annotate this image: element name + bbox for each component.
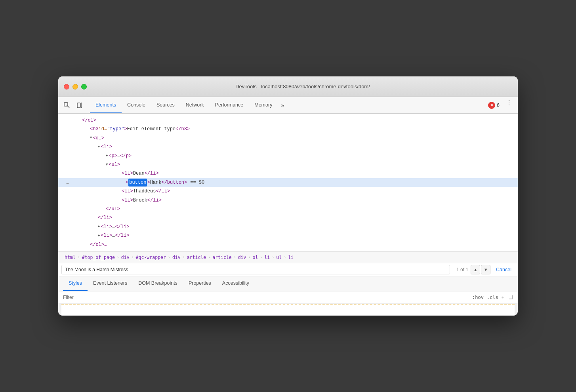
search-count: 1 of 1: [452, 267, 468, 272]
resize-handle[interactable]: [509, 295, 513, 299]
more-menu-button[interactable]: ⋮: [504, 97, 515, 108]
dom-line[interactable]: <ul>: [58, 160, 518, 169]
main-tabbar: Elements Console Sources Network Perform…: [58, 97, 518, 114]
tab-accessibility[interactable]: Accessibility: [217, 276, 255, 291]
dom-line[interactable]: <li>…</li>: [58, 223, 518, 231]
highlighted-element: button: [128, 179, 147, 186]
devtools-window: DevTools - localhost:8080/web/tools/chro…: [58, 76, 518, 316]
window-title: DevTools - localhost:8080/web/tools/chro…: [93, 84, 512, 89]
dom-line[interactable]: <li>Thaddeus</li>: [58, 187, 518, 196]
tab-dom-breakpoints[interactable]: DOM Breakpoints: [133, 276, 183, 291]
dashed-area: [61, 304, 515, 316]
dom-line[interactable]: <h3 id="type">Edit element type</h3>: [58, 125, 518, 133]
breadcrumb-item[interactable]: #gc-wrapper: [134, 254, 168, 261]
dom-line[interactable]: <ol>: [58, 134, 518, 143]
dom-line[interactable]: <li>…</li>: [58, 231, 518, 240]
breadcrumb-item[interactable]: article: [185, 254, 208, 261]
search-input[interactable]: [61, 265, 450, 274]
svg-rect-2: [77, 103, 80, 108]
triangle-icon[interactable]: [98, 224, 100, 230]
traffic-lights: [64, 84, 87, 89]
dom-line[interactable]: </li>: [58, 213, 518, 222]
close-button[interactable]: [64, 84, 69, 89]
tab-sources[interactable]: Sources: [151, 97, 180, 113]
cls-button[interactable]: .cls: [487, 295, 498, 300]
maximize-button[interactable]: [81, 84, 87, 89]
breadcrumb-item[interactable]: li: [286, 254, 295, 261]
dom-line[interactable]: </ol>…: [58, 240, 518, 249]
bottom-tabbar: Styles Event Listeners DOM Breakpoints P…: [58, 276, 518, 291]
tab-memory[interactable]: Memory: [249, 97, 278, 113]
inspector-tool-button[interactable]: [61, 100, 72, 111]
tab-network[interactable]: Network: [180, 97, 210, 113]
breadcrumb-item[interactable]: div: [120, 254, 131, 261]
dom-line-selected[interactable]: … <button>Hank</button> == $0: [58, 178, 518, 187]
tab-styles[interactable]: Styles: [63, 276, 88, 291]
dot-indicator: …: [66, 179, 76, 186]
tab-performance[interactable]: Performance: [210, 97, 249, 113]
error-icon: ✕: [488, 102, 495, 109]
dom-panel: </ol> <h3 id="type">Edit element type</h…: [58, 114, 518, 251]
tab-spacer: [287, 97, 488, 113]
search-bar: 1 of 1 ▲ ▼ Cancel: [58, 263, 518, 276]
triangle-icon[interactable]: [90, 135, 92, 141]
add-rule-button[interactable]: +: [502, 295, 504, 300]
search-navigation: ▲ ▼: [471, 265, 490, 274]
tab-overflow-button[interactable]: »: [278, 97, 287, 113]
dom-line[interactable]: <li>: [58, 143, 518, 151]
dom-line[interactable]: </ol>: [58, 116, 518, 125]
search-next-button[interactable]: ▼: [481, 265, 490, 274]
breadcrumb-bar: html › #top_of_page › div › #gc-wrapper …: [58, 251, 518, 263]
minimize-button[interactable]: [72, 84, 78, 89]
tab-console[interactable]: Console: [122, 97, 151, 113]
hov-button[interactable]: :hov: [472, 295, 484, 300]
triangle-icon[interactable]: [98, 144, 100, 150]
dom-line[interactable]: <li>Dean</li>: [58, 169, 518, 178]
breadcrumb-item[interactable]: li: [263, 254, 271, 261]
search-prev-button[interactable]: ▲: [471, 265, 480, 274]
tool-buttons: [61, 97, 85, 113]
filter-controls: :hov .cls +: [472, 295, 513, 300]
dom-line[interactable]: <li>Brock</li>: [58, 196, 518, 205]
triangle-icon[interactable]: [106, 162, 108, 168]
search-cancel-button[interactable]: Cancel: [493, 265, 515, 274]
filter-bar: :hov .cls +: [58, 291, 518, 304]
breadcrumb-item[interactable]: html: [63, 254, 77, 261]
tab-elements[interactable]: Elements: [90, 97, 122, 113]
breadcrumb-item[interactable]: ul: [275, 254, 283, 261]
tab-event-listeners[interactable]: Event Listeners: [88, 276, 133, 291]
breadcrumb-item[interactable]: #top_of_page: [80, 254, 116, 261]
breadcrumb-item[interactable]: div: [237, 254, 248, 261]
error-badge[interactable]: ✕ 6: [488, 97, 500, 113]
dom-line[interactable]: </ul>: [58, 205, 518, 213]
titlebar: DevTools - localhost:8080/web/tools/chro…: [58, 76, 518, 97]
error-count: 6: [497, 103, 500, 108]
breadcrumb-item[interactable]: ol: [251, 254, 260, 261]
triangle-icon[interactable]: [106, 153, 108, 159]
breadcrumb-item[interactable]: div: [171, 254, 182, 261]
device-toolbar-button[interactable]: [74, 100, 85, 111]
dom-line[interactable]: <p>…</p>: [58, 152, 518, 160]
breadcrumb-item[interactable]: article: [211, 254, 233, 261]
triangle-icon[interactable]: [98, 233, 100, 239]
tab-properties[interactable]: Properties: [183, 276, 217, 291]
filter-input[interactable]: [63, 295, 469, 300]
